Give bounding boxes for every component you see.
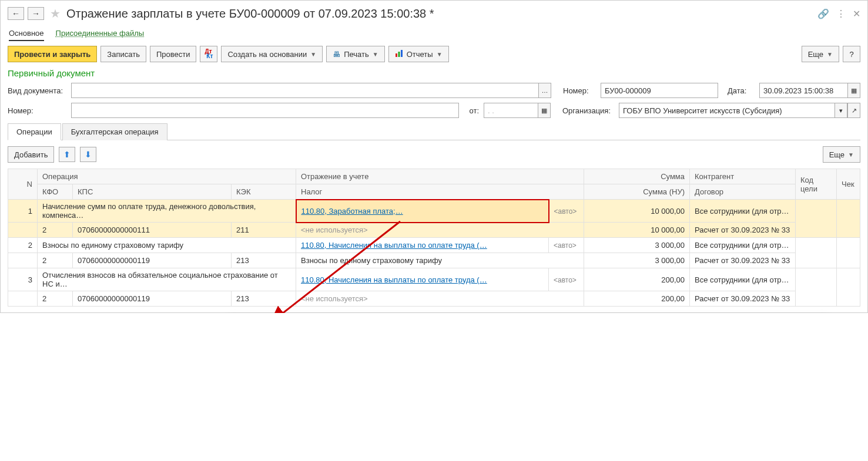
post-and-close-button[interactable]: Провести и закрыть [8,46,97,62]
chevron-down-icon: ▼ [373,51,378,58]
window-title: Отражение зарплаты в учете БУ00-000009 о… [66,7,814,21]
cell-kek: 213 [232,291,296,307]
col-check: Чек [837,169,860,200]
write-button[interactable]: Записать [100,46,146,62]
cell-reflection[interactable]: 110.80, Начисления на выплаты по оплате … [296,268,549,291]
reports-button[interactable]: Отчеты▼ [388,46,449,62]
cell-sum-nu: 200,00 [584,291,690,307]
cell-sum-nu: 3 000,00 [584,253,690,268]
cell-operation: Отчисления взносов на обязательное социа… [38,268,296,291]
org-dropdown-button[interactable]: ▾ [835,103,847,118]
move-down-button[interactable]: ⬇ [80,147,96,162]
cell-tax: <не используется> [296,223,584,238]
table-row[interactable]: 207060000000000119213<не используется>20… [8,291,860,307]
cell-check [837,200,860,238]
cell-goal [796,238,837,268]
col-tax: Налог [296,184,584,200]
more-button[interactable]: Еще▼ [802,46,839,62]
cell-operation: Взносы по единому страховому тарифу [38,238,296,253]
help-button[interactable]: ? [843,46,860,62]
number-label: Номер: [563,86,596,95]
calendar-icon: ▦ [851,87,857,95]
cell-reflection[interactable]: 110.80, Начисления на выплаты по оплате … [296,238,549,253]
section-title: Первичный документ [8,68,860,78]
cell-contragent: Все сотрудники (для отр… [690,200,796,223]
cell-kfo: 2 [38,223,73,238]
cell-operation: Начисление сумм по оплате труда, денежно… [38,200,296,223]
chevron-down-icon: ▼ [437,51,443,58]
calendar-button[interactable]: ▦ [847,83,860,98]
dtkt-button[interactable]: Дт Кт [200,46,217,62]
cell-goal [796,200,837,238]
close-icon[interactable]: ✕ [853,8,860,19]
doc-type-input[interactable] [71,83,538,98]
cell-sum-nu: 10 000,00 [584,223,690,238]
dtkt-icon: Дт Кт [205,49,213,59]
from-calendar-button[interactable]: ▦ [538,103,551,118]
cell-kfo: 2 [38,291,73,307]
cell-contract: Расчет от 30.09.2023 № 33 [690,223,796,238]
printer-icon: 🖶 [333,50,340,59]
date-input[interactable]: 30.09.2023 15:00:38 [759,83,847,98]
col-contragent: Контрагент [690,169,796,184]
create-based-on-button[interactable]: Создать на основании▼ [221,46,323,62]
favorite-star-icon[interactable]: ★ [50,6,61,21]
date-label: Дата: [728,86,755,95]
post-button[interactable]: Провести [150,46,197,62]
col-reflection: Отражение в учете [296,169,584,184]
cell-tax: Взносы по единому страховому тарифу [296,253,584,268]
chart-icon [395,49,403,59]
table-row[interactable]: 2Взносы по единому страховому тарифу110.… [8,238,860,253]
tab-operations[interactable]: Операции [8,123,61,140]
cell-kps: 07060000000000119 [73,291,232,307]
add-row-button[interactable]: Добавить [8,146,54,163]
col-kps: КПС [73,184,232,200]
kebab-icon[interactable]: ⋮ [836,8,846,19]
doc-type-label: Вид документа: [8,86,66,95]
org-input[interactable]: ГОБУ ВПО Университет искусств (Субсидия) [619,103,835,118]
ext-number-label: Номер: [8,106,66,115]
table-row[interactable]: 207060000000000119213Взносы по единому с… [8,253,860,268]
tab-attached-files[interactable]: Присоединенные файлы [56,26,145,41]
table-more-button[interactable]: Еще▼ [823,146,860,163]
cell-kfo: 2 [38,253,73,268]
link-icon[interactable]: 🔗 [817,8,829,19]
ext-number-input[interactable] [71,103,459,118]
cell-sum: 10 000,00 [584,200,690,223]
cell-kek: 213 [232,253,296,268]
number-input[interactable]: БУ00-000009 [601,83,718,98]
cell-reflection[interactable]: 110.80, Заработная плата;… [296,200,549,223]
cell-check [837,268,860,307]
cell-check [837,238,860,268]
cell-kek: 211 [232,223,296,238]
cell-auto: <авто> [549,238,584,253]
cell-goal [796,268,837,307]
nav-forward-button[interactable]: → [28,7,44,20]
col-kek: КЭК [232,184,296,200]
doc-type-picker-button[interactable]: … [538,83,551,98]
calendar-icon: ▦ [541,107,547,115]
table-row[interactable]: 207060000000000111211<не используется>10… [8,223,860,238]
tab-accounting-operation[interactable]: Бухгалтерская операция [62,123,167,140]
table-row[interactable]: 1Начисление сумм по оплате труда, денежн… [8,200,860,223]
org-open-button[interactable]: ↗ [847,103,860,118]
tab-main[interactable]: Основное [9,26,44,41]
cell-contragent: Все сотрудники (для отр… [690,268,796,291]
cell-kps: 07060000000000119 [73,253,232,268]
col-contract: Договор [690,184,796,200]
move-up-button[interactable]: ⬆ [59,147,75,162]
chevron-down-icon: ▼ [848,152,854,158]
cell-sum: 3 000,00 [584,238,690,253]
col-operation: Операция [38,169,296,184]
cell-contract: Расчет от 30.09.2023 № 33 [690,291,796,307]
cell-auto: <авто> [549,268,584,291]
cell-kps: 07060000000000111 [73,223,232,238]
nav-back-button[interactable]: ← [8,7,24,20]
from-date-input[interactable]: . . [484,103,538,118]
print-button[interactable]: 🖶 Печать▼ [326,46,385,62]
cell-n: 3 [8,268,38,291]
chevron-down-icon: ▼ [827,51,833,58]
table-row[interactable]: 3Отчисления взносов на обязательное соци… [8,268,860,291]
col-sum: Сумма [584,169,690,184]
svg-rect-1 [398,52,400,57]
